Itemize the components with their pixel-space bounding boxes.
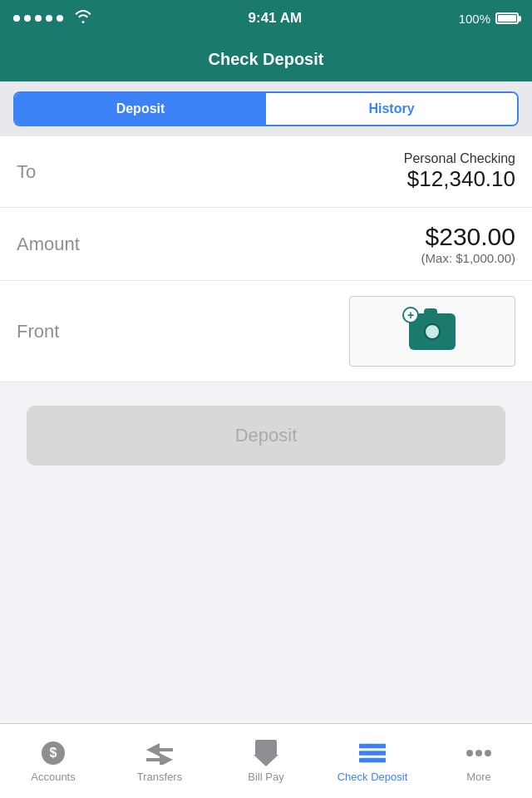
to-value: Personal Checking $12,340.10 [404, 151, 515, 192]
svg-point-11 [485, 750, 491, 756]
svg-marker-3 [146, 753, 173, 765]
tab-transfers[interactable]: Transfers [106, 724, 213, 798]
transfers-tab-label: Transfers [137, 771, 182, 783]
battery-icon [495, 12, 519, 24]
tab-more[interactable]: More [426, 724, 532, 798]
check-deposit-tab-label: Check Deposit [337, 771, 408, 783]
segment-container: Deposit History [0, 81, 532, 136]
to-row[interactable]: To Personal Checking $12,340.10 [0, 136, 532, 208]
nav-header: Check Deposit [0, 37, 532, 81]
transfers-icon [146, 740, 173, 766]
svg-rect-8 [359, 757, 386, 762]
amount-value-area: $230.00 (Max: $1,000.00) [421, 223, 515, 265]
more-icon [466, 740, 492, 766]
account-name: Personal Checking [404, 151, 515, 166]
amount-max: (Max: $1,000.00) [421, 251, 515, 265]
battery-area: 100% [459, 12, 519, 26]
camera-icon: + [409, 313, 456, 350]
check-deposit-icon [359, 740, 386, 766]
svg-rect-6 [359, 743, 386, 748]
accounts-tab-label: Accounts [31, 771, 75, 783]
svg-point-9 [466, 750, 473, 756]
bill-pay-tab-label: Bill Pay [248, 771, 283, 783]
amount-display: $230.00 [421, 223, 515, 251]
status-bar: 9:41 AM 100% [0, 0, 532, 37]
segment-control: Deposit History [13, 91, 519, 126]
camera-capture-area[interactable]: + [349, 296, 515, 367]
svg-text:$: $ [50, 746, 57, 760]
wifi-icon [75, 10, 91, 27]
svg-point-10 [475, 750, 482, 756]
form-section: To Personal Checking $12,340.10 Amount $… [0, 136, 532, 382]
svg-rect-4 [255, 740, 277, 756]
svg-marker-5 [254, 755, 278, 766]
tab-check-deposit[interactable]: Check Deposit [319, 724, 426, 798]
front-row[interactable]: Front + [0, 281, 532, 382]
tab-accounts[interactable]: $ Accounts [0, 724, 106, 798]
deposit-btn-container: Deposit [0, 382, 532, 489]
signal-dots [13, 15, 63, 22]
more-tab-label: More [466, 771, 491, 783]
camera-plus-icon: + [402, 307, 419, 323]
battery-percent: 100% [459, 12, 490, 26]
deposit-tab[interactable]: Deposit [15, 93, 266, 125]
to-label: To [17, 161, 36, 183]
account-balance: $12,340.10 [404, 166, 515, 192]
front-label: Front [17, 321, 59, 342]
tab-bill-pay[interactable]: Bill Pay [213, 724, 319, 798]
amount-label: Amount [17, 234, 80, 255]
status-time: 9:41 AM [249, 10, 303, 27]
page-title: Check Deposit [209, 50, 324, 69]
svg-rect-7 [359, 751, 386, 756]
tab-bar: $ Accounts Transfers Bill Pay [0, 723, 532, 798]
history-tab[interactable]: History [266, 93, 517, 125]
amount-row[interactable]: Amount $230.00 (Max: $1,000.00) [0, 208, 532, 281]
accounts-icon: $ [40, 740, 66, 766]
deposit-button[interactable]: Deposit [27, 406, 505, 466]
bill-pay-icon [253, 740, 279, 766]
